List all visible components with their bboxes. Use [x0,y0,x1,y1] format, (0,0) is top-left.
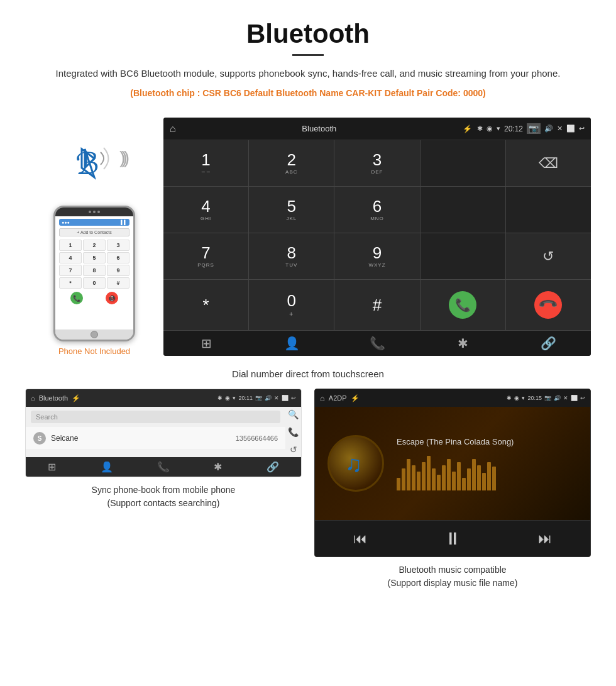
pb-search-icon[interactable]: 🔍 [288,409,299,419]
bottom-contacts-icon[interactable]: 👤 [249,336,334,351]
phone-dot [97,211,100,213]
empty-cell-4 [421,233,505,279]
key-4[interactable]: 4 GHI [163,187,248,233]
pb-grid-icon[interactable]: ⊞ [48,461,56,473]
key-2[interactable]: 2 ABC [249,140,334,186]
call-button[interactable]: 📞 [449,291,476,319]
music-bars [397,453,578,490]
phone-key-2: 2 [83,240,106,251]
pb-link-icon[interactable]: 🔗 [267,461,279,473]
key-1[interactable]: 1 ∽∽ [163,140,248,186]
key-call[interactable]: 📞 [421,280,505,330]
contact-letter: S [33,432,46,445]
bottom-bt-icon[interactable]: ✱ [420,336,505,351]
phonebook-caption: Sync phone-book from mobile phone(Suppor… [92,484,236,510]
key-end[interactable]: 📞 [506,280,591,330]
pb-cam-icon: 📷 [255,395,262,401]
phone-key-6: 6 [107,252,129,263]
key-0[interactable]: 0 + [249,280,334,330]
bt-status-icon: ✱ [477,124,483,133]
key-8[interactable]: 8 TUV [249,233,334,279]
pb-content: Search S Seicane 13566664466 🔍 📞 ↺ [26,407,301,457]
phone-add-contacts: + Add to Contacts [59,228,129,236]
close-icon: ✕ [557,124,563,133]
contact-name: Seicane [51,434,231,443]
music-bar [492,467,496,490]
phone-key-3: 3 [107,240,129,251]
pb-list-area: Search S Seicane 13566664466 [26,407,285,457]
bottom-grid-icon[interactable]: ⊞ [163,336,249,351]
home-icon: ⌂ [170,123,176,135]
music-bar [462,478,466,490]
status-title: Bluetooth [181,124,458,133]
pb-bt-bottom-icon[interactable]: ✱ [214,461,222,473]
empty-cell-3 [506,187,591,233]
phone-key-1: 1 [59,240,82,251]
phone-dot [93,211,96,213]
pb-loc-icon: ◉ [225,395,230,401]
pb-win-icon: ⬜ [282,395,289,401]
ms-vol: 🔊 [554,395,561,401]
pb-search-bar[interactable]: Search [31,411,280,423]
music-bar [442,465,446,490]
phone-end-btn: 📵 [106,292,118,304]
pb-phone-icon[interactable]: 📞 [157,461,170,473]
music-bar [422,462,426,490]
next-button[interactable]: ⏭ [538,531,552,547]
music-bar [397,478,400,490]
usb-icon: ⚡ [463,124,472,133]
key-6[interactable]: 6 MNO [334,187,419,233]
key-3[interactable]: 3 DEF [334,140,419,186]
music-content: ♫ Escape (The Pina Colada Song) [315,407,590,520]
end-button[interactable]: 📞 [534,291,562,319]
dial-bottom-bar: ⊞ 👤 📞 ✱ 🔗 [163,330,591,356]
phone-key-hash: # [107,277,129,289]
pb-close-icon: ✕ [274,395,279,401]
music-bar [402,468,405,490]
key-7[interactable]: 7 PQRS [163,233,248,279]
play-pause-button[interactable]: ⏸ [444,528,461,549]
specs-text: (Bluetooth chip : CSR BC6 Default Blueto… [38,86,578,100]
search-placeholder-text: Search [36,413,58,421]
camera-icon: 📷 [527,123,541,134]
phone-key-8: 8 [83,265,106,276]
music-bar [427,456,431,490]
album-art: ♫ [327,435,384,492]
bt-svg-icon [72,143,110,187]
key-9[interactable]: 9 WXYZ [334,233,419,279]
music-bar [407,459,410,490]
phone-key-9: 9 [107,265,129,276]
music-bar [452,472,456,490]
page-header: Bluetooth Integrated with BC6 Bluetooth … [0,0,616,111]
empty-cell-2 [421,187,505,233]
ms-right-icons: ✱ ◉ ▾ 20:15 📷 🔊 ✕ ⬜ ↩ [507,395,585,401]
music-bar [482,473,486,490]
music-screen: ⌂ A2DP ⚡ ✱ ◉ ▾ 20:15 📷 🔊 ✕ ⬜ ↩ [314,389,591,557]
dial-caption: Dial number direct from touchscreen [0,362,616,389]
android-dial-screen: ⌂ Bluetooth ⚡ ✱ ◉ ▾ 20:12 📷 🔊 ✕ ⬜ ↩ 1 ∽∽ [163,118,591,356]
page-title: Bluetooth [38,19,578,49]
music-bar [477,465,481,490]
key-backspace[interactable]: ⌫ [506,140,591,186]
bottom-link-icon[interactable]: 🔗 [505,336,591,351]
window-icon: ⬜ [566,124,575,133]
bottom-phone-icon[interactable]: 📞 [334,336,420,351]
key-star[interactable]: * [163,280,248,330]
pb-contacts-icon[interactable]: 👤 [101,461,113,473]
music-note-icon: ♫ [340,448,371,479]
pb-status-right: ✱ ◉ ▾ 20:11 📷 🔊 ✕ ⬜ ↩ [217,395,296,401]
ms-loc-icon: ◉ [514,395,519,401]
wifi-waves-icon: ))) [119,148,126,168]
phone-screen: ●●●▌▌ + Add to Contacts 1 2 3 4 5 6 7 8 … [55,216,133,329]
key-hash[interactable]: # [334,280,419,330]
phone-left-panel: ℬ ))) ●●●▌▌ + A [25,118,163,356]
pb-usb-icon: ⚡ [72,394,80,402]
pb-refresh-icon[interactable]: ↺ [290,445,297,455]
music-bar [487,462,491,490]
prev-button[interactable]: ⏮ [353,531,367,547]
empty-cell-1 [421,140,505,186]
key-refresh[interactable]: ↺ [506,233,591,279]
key-5[interactable]: 5 JKL [249,187,334,233]
phone-key-5: 5 [83,252,106,263]
pb-call-icon[interactable]: 📞 [288,427,299,437]
